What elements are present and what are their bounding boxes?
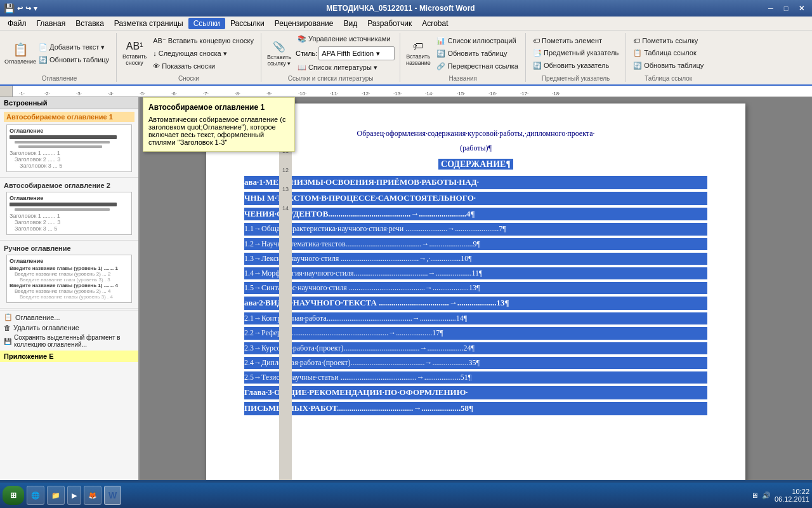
toc-auto1-label[interactable]: Автособираемое оглавление 1 [4, 112, 134, 122]
menu-developer[interactable]: Разработчик [362, 18, 417, 29]
mark-citation-button[interactable]: 🏷 Пометить ссылку [630, 35, 707, 46]
document-area[interactable]: 1011121314 Образец·оформления·содержания… [140, 97, 812, 480]
next-footnote-button[interactable]: ↓ Следующая сноска ▾ [150, 48, 257, 60]
subject-index-button[interactable]: 📑 Предметный указатель [530, 47, 622, 59]
insert-footnote-label: Вставитьсноску [122, 53, 147, 66]
doc-line-4: 1.1→Общая·характеристика·научного·стиля·… [244, 223, 707, 235]
ribbon-group-toa-content: 🏷 Пометить ссылку 📋 Таблица ссылок 🔄 Обн… [630, 33, 707, 74]
add-text-button[interactable]: 📄 Добавить текст ▾ [36, 41, 112, 53]
doc-line-14: 2.5→Тезисы,·научные·статьи .............… [244, 371, 707, 384]
insert-endnote-button[interactable]: AB⁻ Вставить концевую сноску [150, 35, 257, 47]
toc-auto2-label[interactable]: Автособираемое оглавление 2 [4, 182, 134, 189]
window-title: МЕТОДИЧКА_05122011 - Microsoft Word [326, 4, 475, 13]
toc-action-save[interactable]: 💾 Сохранить выделенный фрагмент в коллек… [0, 333, 138, 349]
close-button[interactable]: ✕ [794, 3, 808, 14]
menu-acrobat[interactable]: Acrobat [417, 18, 453, 29]
taskbar-word[interactable]: W [104, 486, 121, 505]
menu-review[interactable]: Рецензирование [270, 18, 339, 29]
toc-auto2-preview[interactable]: Оглавление Заголовок 1 ........ 1Заголов… [6, 192, 132, 235]
vertical-ruler-left: 1011121314 [279, 97, 292, 480]
taskbar-media[interactable]: ▶ [67, 486, 81, 505]
style-dropdown[interactable]: APA Fifth Edition ▾ [318, 46, 395, 60]
menu-layout[interactable]: Разметка страницы [109, 18, 188, 29]
cross-reference-button[interactable]: 🔗 Перекрестная ссылка [433, 60, 521, 72]
toc-section-manual: Ручное оглавление Оглавление Введите наз… [0, 242, 138, 309]
maximize-button[interactable]: □ [779, 3, 793, 14]
toc-action-remove[interactable]: 🗑 Удалить оглавление [0, 323, 138, 333]
tooltip-title: Автособираемое оглавление 1 [148, 103, 289, 112]
clock-time: 10:22 [775, 488, 809, 495]
doc-line-3: ЧЕНИЯ·СТУДЕНТОВ.........................… [244, 208, 707, 221]
toc-actions: 📋 Оглавление... 🗑 Удалить оглавление 💾 С… [0, 310, 138, 351]
quick-access-undo[interactable]: ↩ [17, 4, 23, 13]
doc-line-1: ава·1·МЕХАНИЗМЫ·ОСВОЕНИЯ·ПРИЁМОВ·РАБОТЫ·… [244, 176, 707, 189]
toc-mini-line-1 [10, 135, 117, 139]
bibliography-button[interactable]: 📖 Список литературы ▾ [294, 62, 396, 74]
toc-auto2-line2 [15, 208, 110, 211]
doc-line-6: 1.3→Лексика·научного·стиля .............… [244, 253, 707, 265]
taskbar-explorer[interactable]: 📁 [47, 486, 65, 505]
ribbon-col-footnotes: AB⁻ Вставить концевую сноску ↓ Следующая… [150, 35, 257, 72]
doc-line-9: ава·2·ВИДЫ·НАУЧНОГО·ТЕКСТА .............… [244, 297, 707, 310]
menu-references[interactable]: Ссылки [188, 18, 225, 29]
insert-citation-label: Вставитьссылку ▾ [267, 54, 291, 67]
ribbon-group-footnotes-label: Сноски [121, 74, 257, 82]
ribbon-group-toa-label: Таблица ссылок [630, 74, 707, 82]
toc-action-settings-label: Оглавление... [15, 314, 60, 321]
firefox-icon: 🦊 [88, 491, 97, 500]
taskbar-volume-icon: 🔊 [762, 491, 771, 500]
tooltip-text: Автоматически собираемое оглавление (с з… [148, 116, 289, 146]
quick-access-save[interactable]: ▾ [34, 4, 37, 13]
toc-highlighted-item[interactable]: Приложение Е [0, 351, 138, 362]
toc-manual-preview[interactable]: Оглавление Введите название главы (урове… [6, 255, 132, 303]
ribbon-group-index-label: Предметный указатель [530, 74, 622, 82]
ribbon-group-captions: 🏷 Вставитьназвание 📊 Список иллюстраций … [402, 33, 526, 82]
toa-table-button[interactable]: 📋 Таблица ссылок [630, 47, 707, 59]
menu-file[interactable]: Файл [3, 18, 32, 29]
show-notes-button[interactable]: 👁 Показать сноски [150, 60, 257, 72]
tooltip-popup: Автособираемое оглавление 1 Автоматическ… [143, 97, 295, 152]
menu-home[interactable]: Главная [32, 18, 71, 29]
taskbar-ie[interactable]: 🌐 [27, 486, 44, 505]
taskbar: ⊞ 🌐 📁 ▶ 🦊 W 🖥 🔊 10:22 06.12.2011 [0, 483, 812, 508]
toc-auto1-preview[interactable]: Оглавление Заголовок 1 ........ 1Заголов… [6, 124, 132, 172]
footnote-icon: AB¹ [126, 41, 143, 52]
ribbon-group-toc-content: 📋 Оглавление 📄 Добавить текст ▾ 🔄 Обнови… [6, 33, 112, 74]
toc-save-icon: 💾 [4, 338, 11, 345]
ribbon-group-citations-label: Ссылки и списки литературы [265, 74, 396, 82]
ribbon-group-index: 🏷 Пометить элемент 📑 Предметный указател… [527, 33, 626, 82]
title-bar: 💾 ↩ ↪ ▾ МЕТОДИЧКА_05122011 - Microsoft W… [0, 0, 812, 17]
insert-footnote-button[interactable]: AB¹ Вставитьсноску [121, 34, 148, 72]
ruler-container: ·1· ·2· ·3· ·4· ·5· ·6· ·7· ·8· ·9· ·10·… [0, 86, 812, 97]
update-index-button[interactable]: 🔄 Обновить указатель [530, 60, 622, 72]
manage-sources-button[interactable]: 📚 Управление источниками [294, 33, 396, 45]
menu-mailings[interactable]: Рассылки [225, 18, 270, 29]
taskbar-clock: 10:22 06.12.2011 [775, 488, 809, 503]
toc-manual-h1-2: Введите название главы (уровень 1) .....… [10, 283, 129, 288]
update-toa-button[interactable]: 🔄 Обновить таблицу [630, 60, 707, 72]
list-illustrations-button[interactable]: 📊 Список иллюстраций [433, 35, 521, 47]
menu-view[interactable]: Вид [338, 18, 362, 29]
quick-access-redo[interactable]: ↪ [25, 4, 31, 13]
insert-citation-button[interactable]: 📎 Вставитьссылку ▾ [265, 34, 293, 72]
doc-line-16: ПИСЬМЕННЫХ·РАБОТ........................… [244, 402, 707, 415]
doc-line-13: 2.4→Дипломная·работа·(проект)...........… [244, 357, 707, 369]
minimize-button[interactable]: ─ [764, 3, 778, 14]
toc-auto2-title: Оглавление [10, 195, 129, 201]
toc-manual-label[interactable]: Ручное оглавление [4, 244, 134, 252]
update-table-button[interactable]: 🔄 Обновить таблицу [36, 54, 112, 66]
mark-entry-button[interactable]: 🏷 Пометить элемент [530, 35, 622, 46]
ribbon-group-citations: 📎 Вставитьссылку ▾ 📚 Управление источник… [263, 33, 400, 82]
start-button[interactable]: ⊞ [3, 486, 24, 505]
citation-icon: 📎 [273, 41, 285, 53]
ribbon-group-footnotes: AB¹ Вставитьсноску AB⁻ Вставить концевую… [118, 33, 261, 82]
taskbar-firefox[interactable]: 🦊 [84, 486, 102, 505]
update-table-captions-button[interactable]: 🔄 Обновить таблицу [433, 48, 521, 60]
ribbon: 📋 Оглавление 📄 Добавить текст ▾ 🔄 Обнови… [0, 30, 812, 86]
menu-insert[interactable]: Вставка [70, 18, 109, 29]
toc-action-settings[interactable]: 📋 Оглавление... [0, 312, 138, 323]
toc-button[interactable]: 📋 Оглавление [6, 34, 34, 72]
clock-date: 06.12.2011 [775, 495, 809, 503]
insert-caption-button[interactable]: 🏷 Вставитьназвание [404, 34, 432, 72]
insert-caption-label: Вставитьназвание [406, 53, 431, 66]
